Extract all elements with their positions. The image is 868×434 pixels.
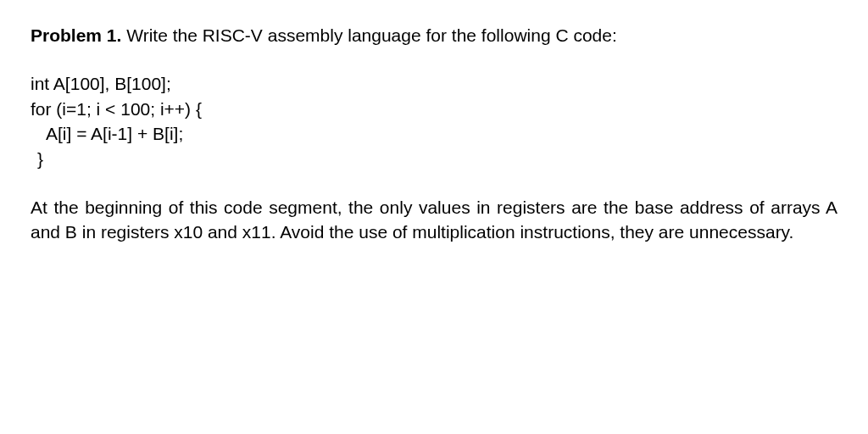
code-block: int A[100], B[100]; for (i=1; i < 100; i…	[31, 71, 837, 171]
code-line-4: }	[31, 147, 837, 171]
problem-heading: Problem 1. Write the RISC-V assembly lan…	[31, 24, 837, 47]
problem-label: Problem 1.	[31, 25, 121, 45]
problem-prompt: Write the RISC-V assembly language for t…	[126, 25, 617, 45]
explanation-paragraph: At the beginning of this code segment, t…	[31, 195, 837, 245]
code-line-1: int A[100], B[100];	[31, 71, 837, 96]
code-line-3: A[i] = A[i-1] + B[i];	[31, 121, 837, 146]
code-line-2: for (i=1; i < 100; i++) {	[31, 97, 837, 121]
